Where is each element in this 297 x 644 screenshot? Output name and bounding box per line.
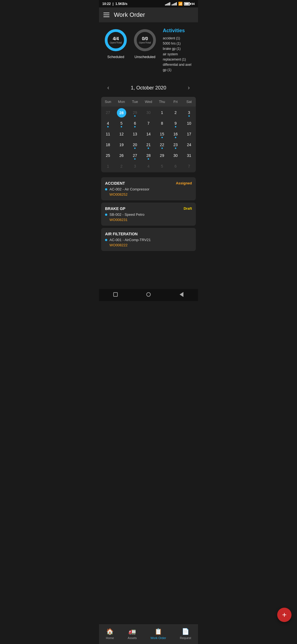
scheduled-circle-wrapper: 4/4 Open/Total Scheduled bbox=[103, 28, 128, 59]
status-indicators: 📶 94 bbox=[165, 2, 195, 6]
prev-month-button[interactable]: ‹ bbox=[105, 83, 112, 92]
calendar-day[interactable]: 22 bbox=[155, 140, 169, 151]
scheduled-donut: 4/4 Open/Total bbox=[103, 28, 128, 53]
work-order-card[interactable]: AIR FILTERATIONAC-001 - AirComp-TRV21WO0… bbox=[101, 228, 196, 251]
calendar-day[interactable]: 7 bbox=[142, 119, 155, 130]
calendar-day-header: Mon bbox=[115, 100, 128, 104]
scheduled-fraction: 4/4 bbox=[110, 36, 122, 41]
work-order-card[interactable]: ACCIDENTAssignedAC-002 - Air CompressorW… bbox=[101, 177, 196, 200]
calendar-day[interactable]: 3 bbox=[182, 108, 196, 119]
calendar-day[interactable]: 17 bbox=[182, 130, 196, 140]
calendar-day[interactable]: 29 bbox=[128, 108, 142, 119]
card-asset-name: AC-002 - Air Compressor bbox=[109, 187, 149, 191]
calendar-day[interactable]: 15 bbox=[155, 130, 169, 140]
back-button[interactable] bbox=[179, 292, 184, 297]
activities-title: Activities bbox=[163, 28, 194, 34]
calendar-day[interactable]: 31 bbox=[182, 151, 196, 162]
calendar-dot bbox=[161, 137, 163, 138]
card-asset-row: AC-001 - AirComp-TRV21 bbox=[105, 238, 192, 242]
calendar-day[interactable]: 21 bbox=[142, 140, 155, 151]
card-status: Draft bbox=[184, 206, 192, 211]
signal-icon bbox=[165, 2, 170, 6]
system-nav bbox=[99, 289, 198, 301]
calendar-day-header: Tue bbox=[128, 100, 142, 104]
card-dot-icon bbox=[105, 188, 107, 190]
calendar-day[interactable]: 6 bbox=[169, 162, 182, 171]
calendar-day[interactable]: 26 bbox=[115, 151, 128, 162]
calendar-dot bbox=[175, 137, 176, 138]
calendar-day[interactable]: 4 bbox=[142, 162, 155, 171]
home-button[interactable] bbox=[146, 292, 151, 297]
calendar-dot bbox=[175, 148, 176, 149]
card-status: Assigned bbox=[176, 181, 192, 185]
calendar-day[interactable]: 25 bbox=[101, 151, 115, 162]
calendar-day[interactable]: 8 bbox=[155, 119, 169, 130]
calendar-day[interactable]: 3 bbox=[128, 162, 142, 171]
calendar-day[interactable]: 1 bbox=[155, 108, 169, 119]
card-dot-icon bbox=[105, 214, 107, 216]
card-wo-number: WO008231 bbox=[109, 218, 192, 222]
card-type: BRAKE GP bbox=[105, 206, 125, 211]
card-wo-number: WO008252 bbox=[109, 192, 192, 197]
calendar-header: SunMonTueWedThuFriSat bbox=[101, 97, 196, 107]
next-month-button[interactable]: › bbox=[185, 83, 193, 92]
calendar-day[interactable]: 27 bbox=[101, 108, 115, 119]
menu-button[interactable] bbox=[103, 13, 109, 17]
calendar-day[interactable]: 11 bbox=[101, 130, 115, 140]
calendar-day[interactable]: 5 bbox=[115, 119, 128, 130]
calendar-dot bbox=[188, 115, 190, 117]
calendar-day[interactable]: 10 bbox=[182, 119, 196, 130]
calendar-table: SunMonTueWedThuFriSat 272829301234567891… bbox=[101, 97, 196, 172]
activity-item: air system replacement (1) bbox=[163, 52, 194, 62]
activity-item: differential and axel gp (1) bbox=[163, 62, 194, 73]
calendar-day[interactable]: 23 bbox=[169, 140, 182, 151]
unscheduled-donut: 0/0 Open/Total bbox=[133, 28, 157, 53]
circles-container: 4/4 Open/Total Scheduled 0/0 Open/Total bbox=[103, 28, 157, 59]
calendar-day[interactable]: 9 bbox=[169, 119, 182, 130]
calendar-day[interactable]: 2 bbox=[169, 108, 182, 119]
calendar-day[interactable]: 28 bbox=[142, 151, 155, 162]
calendar-day[interactable]: 16 bbox=[169, 130, 182, 140]
calendar-day[interactable]: 24 bbox=[182, 140, 196, 151]
activities-panel: Activities accident (1)5000 hrs (1)brake… bbox=[160, 28, 194, 73]
calendar-day[interactable]: 14 bbox=[142, 130, 155, 140]
card-header-row: BRAKE GPDraft bbox=[105, 206, 192, 211]
calendar-day[interactable]: 20 bbox=[128, 140, 142, 151]
card-wo-number: WO008222 bbox=[109, 243, 192, 247]
calendar-day[interactable]: 19 bbox=[115, 140, 128, 151]
status-time-speed: 10:22 | 1.5KB/s bbox=[102, 2, 127, 6]
calendar-body: 2728293012345678910111213141516171819202… bbox=[101, 107, 196, 172]
unscheduled-ring-label: Unscheduled bbox=[134, 55, 155, 59]
battery-level: 94 bbox=[191, 2, 195, 6]
work-order-card[interactable]: BRAKE GPDraftSB-002 - Speed PetroWO00823… bbox=[101, 203, 196, 226]
calendar-day[interactable]: 6 bbox=[128, 119, 142, 130]
calendar-day[interactable]: 30 bbox=[169, 151, 182, 162]
calendar-day[interactable]: 1 bbox=[101, 162, 115, 171]
card-type: AIR FILTERATION bbox=[105, 232, 138, 236]
calendar-day[interactable]: 28 bbox=[117, 108, 126, 118]
activity-item: 5000 hrs (1) bbox=[163, 41, 194, 46]
scheduled-label: Open/Total bbox=[110, 41, 122, 44]
card-asset-name: AC-001 - AirComp-TRV21 bbox=[109, 238, 151, 242]
activity-item: brake gp (1) bbox=[163, 46, 194, 51]
calendar-dot bbox=[121, 126, 122, 127]
calendar-day[interactable]: 7 bbox=[182, 162, 196, 171]
calendar-day[interactable]: 27 bbox=[128, 151, 142, 162]
calendar-nav: ‹ 1, October 2020 › bbox=[101, 81, 196, 95]
scheduled-ring-label: Scheduled bbox=[107, 55, 124, 59]
calendar-day[interactable]: 13 bbox=[128, 130, 142, 140]
calendar-day-header: Thu bbox=[155, 100, 169, 104]
calendar-day[interactable]: 30 bbox=[142, 108, 155, 119]
recents-button[interactable] bbox=[113, 292, 118, 297]
calendar-day[interactable]: 29 bbox=[155, 151, 169, 162]
wifi-icon: 📶 bbox=[178, 2, 183, 6]
status-time: 10:22 bbox=[102, 2, 111, 6]
calendar-dot bbox=[134, 126, 136, 127]
calendar-day[interactable]: 4 bbox=[101, 119, 115, 130]
calendar-dot bbox=[134, 148, 136, 149]
calendar-day[interactable]: 18 bbox=[101, 140, 115, 151]
calendar-day[interactable]: 12 bbox=[115, 130, 128, 140]
calendar-day[interactable]: 5 bbox=[155, 162, 169, 171]
calendar-day[interactable]: 2 bbox=[115, 162, 128, 171]
calendar-day-header: Fri bbox=[169, 100, 182, 104]
